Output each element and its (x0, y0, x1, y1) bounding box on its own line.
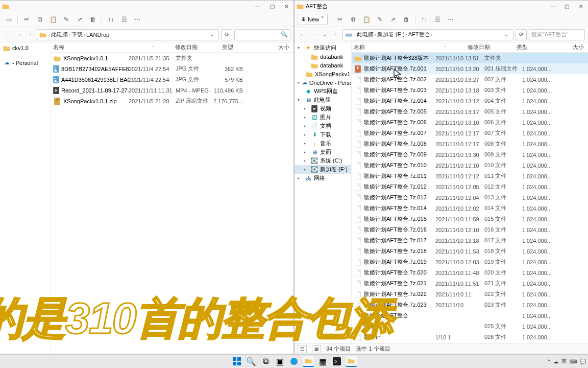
nav-item[interactable]: ▸📄文档 (295, 122, 351, 130)
rename-button[interactable]: ✎ (61, 14, 72, 25)
rename-button[interactable]: ✎ (374, 14, 385, 25)
nav-item[interactable]: ckv1.0 (0, 43, 51, 52)
nav-item[interactable]: databank (295, 61, 351, 70)
tiles-view-button[interactable]: ▦ (312, 345, 321, 353)
file-row[interactable]: 歌姬计划AFT整合.7z.0222021/11/10 11:022 文件1,02… (352, 289, 588, 300)
column-header[interactable]: 名称 ⌃ 修改日期 类型 大小 (352, 42, 588, 53)
delete-button[interactable]: 🗑 (401, 14, 412, 25)
delete-button[interactable]: 🗑 (87, 14, 99, 25)
tray-chevron-icon[interactable]: ˄ (548, 359, 550, 364)
nav-item[interactable]: ▸♪音乐 (295, 139, 351, 148)
nav-item[interactable]: ☁- Personal (0, 58, 51, 67)
file-row[interactable]: 歌姬计划AFT整合.7z.0182021/11/10 11:53018 文件1,… (352, 246, 588, 257)
chevron-icon[interactable]: ▸ (304, 141, 309, 146)
file-row[interactable]: 歌姬计划AFT整合.7z.0042021/11/10 13:12004 文件1,… (352, 96, 588, 106)
ime-indicator[interactable]: 英 (561, 358, 567, 365)
nav-item[interactable]: ◆WPS网盘 (295, 87, 351, 96)
nav-item[interactable]: XSongPackv1.0.1 (295, 70, 351, 78)
maximize-button[interactable]: ▢ (265, 1, 279, 12)
edge-icon[interactable] (288, 356, 300, 367)
chevron-icon[interactable]: ▸ (304, 150, 309, 154)
chevron-icon[interactable]: ▸ (298, 80, 300, 85)
file-row[interactable]: 歌姬计划AFT整合.7z.0232021/11/10023 文件1,024,00… (352, 300, 588, 310)
file-row[interactable]: 歌姬计划AFT整合.7z.0082021/11/10 12:17008 文件1,… (352, 139, 588, 149)
taskbar[interactable]: 🔍 ⧉ ▣ ▦ > ˄ ☁ 英 ⌨ 💬 (0, 354, 588, 368)
file-row[interactable]: 歌姬计1/10 1026 文件1,024,000... (352, 332, 588, 342)
file-row[interactable]: 歌姬计划AFT整合.7z.0192021/11/10 12:03019 文件1,… (352, 257, 588, 267)
nav-item[interactable]: ▸💽新加卷 (E:) (295, 165, 351, 174)
nav-item[interactable]: ▸视频 (295, 104, 351, 113)
chevron-icon[interactable]: ▸ (298, 176, 303, 180)
file-row[interactable]: XSongPackv1.0.1.zip2021/11/5 21:28ZIP 压缩… (51, 96, 293, 106)
file-row[interactable]: 歌姬计划AFT整合.7z.0162021/11/10 12:10016 文件1,… (352, 224, 588, 235)
start-button[interactable] (231, 356, 242, 367)
file-row[interactable]: 歌姬计划AFT整合1,024,000... (352, 310, 588, 321)
file-row[interactable]: Record_2021-11-09-17-27-01.mp42021/11/11… (51, 85, 293, 96)
back-button[interactable]: ← (298, 30, 307, 39)
search-icon[interactable]: 🔍 (246, 356, 257, 367)
breadcrumb[interactable]: › 此电脑› 下载› LANDrop ⌄ (37, 29, 219, 40)
file-row[interactable]: 8DB17B273402AE5AFFE8B70C78B83D...2021/11… (51, 63, 293, 74)
back-button[interactable]: ← (3, 30, 12, 39)
chevron-icon[interactable]: ▸ (304, 132, 309, 137)
search-input[interactable]: 🔍 (234, 29, 290, 40)
nav-item[interactable]: ▸🖥桌面 (295, 148, 351, 156)
explorer-icon[interactable] (303, 356, 314, 367)
copy-button[interactable]: ⧉ (348, 14, 359, 25)
cut-button[interactable]: ✂ (21, 14, 32, 25)
nav-item[interactable]: ▸💽系统 (C:) (295, 156, 351, 165)
more-button[interactable]: ⋯ (445, 14, 456, 25)
share-button[interactable]: ↗ (74, 14, 85, 25)
file-row[interactable]: 歌姬计划AFT整合.7z.0032021/11/10 13:18003 文件1,… (352, 85, 588, 96)
file-row[interactable]: 歌姬计划AFT整合.7z.0022021/11/10 13:27002 文件1,… (352, 74, 588, 85)
sort-button[interactable]: ↑↓ (105, 14, 116, 25)
chevron-icon[interactable]: ▸ (304, 124, 309, 128)
up-button[interactable]: ↑ (26, 30, 35, 39)
paste-button[interactable]: 📋 (47, 14, 59, 25)
nav-item[interactable]: ▸⬇下载 (295, 130, 351, 139)
file-row[interactable]: 歌姬计划025 文件1,024,000... (352, 321, 588, 332)
maximize-button[interactable]: ▢ (559, 1, 574, 12)
sort-button[interactable]: ↑↓ (419, 14, 430, 25)
file-row[interactable]: 歌姬计划AFT整合.7z.0092021/11/10 13:30009 文件1,… (352, 149, 588, 160)
chevron-icon[interactable]: ▾ (298, 45, 303, 50)
app-icon[interactable]: ▦ (317, 356, 328, 367)
file-row[interactable]: XSongPackv1.0.12021/11/5 21:35文件夹 (51, 53, 293, 63)
file-row[interactable]: 歌姬计划AFT整合.7z.0122021/11/10 12:05012 文件1,… (352, 181, 588, 192)
nav-item[interactable]: ▸🖧网络 (295, 174, 351, 182)
file-row[interactable]: 歌姬计划AFT整合.7z.0172021/11/10 12:18017 文件1,… (352, 235, 588, 246)
chevron-icon[interactable]: ▸ (304, 158, 309, 163)
file-row[interactable]: 歌姬计划AFT整合.7z.0012021/11/10 13:20001 压缩文件… (352, 63, 588, 74)
new-button[interactable]: ⊕ New ˅ (298, 14, 328, 25)
chevron-icon[interactable]: ▾ (298, 98, 303, 102)
file-row[interactable]: 歌姬计划AFT整合.7z.0132021/11/10 12:04013 文件1,… (352, 192, 588, 203)
file-row[interactable]: 歌姬计划AFT整合.7z.0202021/11/10 11:48020 文件1,… (352, 267, 588, 278)
file-row[interactable]: 歌姬计划AFT整合.7z.0112021/11/10 12:12011 文件1,… (352, 171, 588, 181)
onedrive-tray-icon[interactable]: ☁ (553, 359, 558, 364)
file-row[interactable]: 歌姬计划AFT整合.7z.0062021/11/10 13:10006 文件1,… (352, 117, 588, 128)
file-row[interactable]: 歌姬计划AFT整合.7z.0142021/11/10 12:02014 文件1,… (352, 203, 588, 214)
nav-item[interactable]: databank (295, 52, 351, 61)
widgets-icon[interactable]: ▣ (274, 356, 285, 367)
dropdown-icon[interactable]: ⌄ (207, 30, 216, 39)
paste-button[interactable]: 📋 (361, 14, 372, 25)
breadcrumb[interactable]: › 此电脑› 新加卷 (E:)› AFT整合› ⌄ (342, 29, 513, 40)
file-row[interactable]: 歌姬计划AFT整合.7z.0152021/11/10 11:59015 文件1,… (352, 214, 588, 224)
taskview-icon[interactable]: ⧉ (260, 356, 271, 367)
minimize-button[interactable]: — (251, 1, 265, 12)
cut-button[interactable]: ✂ (334, 14, 346, 25)
nav-item[interactable]: ▸☁OneDrive - Personal (295, 78, 351, 87)
copy-button[interactable]: ⧉ (34, 14, 45, 25)
forward-button[interactable]: → (309, 30, 318, 39)
file-row[interactable]: 歌姬计划AFT整合328版本2021/11/10 13:51文件夹 (352, 53, 588, 63)
refresh-button[interactable]: ⟳ (221, 29, 232, 40)
close-button[interactable]: ✕ (279, 1, 293, 12)
file-list[interactable]: 歌姬计划AFT整合328版本2021/11/10 13:51文件夹歌姬计划AFT… (352, 53, 588, 343)
details-view-button[interactable]: ☰ (298, 345, 307, 353)
refresh-button[interactable]: ⟳ (516, 29, 527, 40)
dropdown-icon[interactable]: ⌄ (502, 30, 511, 39)
system-tray[interactable]: ˄ ☁ 英 ⌨ 💬 (548, 358, 586, 365)
minimize-button[interactable]: — (545, 1, 559, 12)
nav-tree[interactable]: ▾★快速访问databankdatabankXSongPackv1.0.1▸☁O… (295, 42, 352, 343)
file-row[interactable]: 歌姬计划AFT整合.7z.0212021/11/10 11:51021 文件1,… (352, 278, 588, 289)
